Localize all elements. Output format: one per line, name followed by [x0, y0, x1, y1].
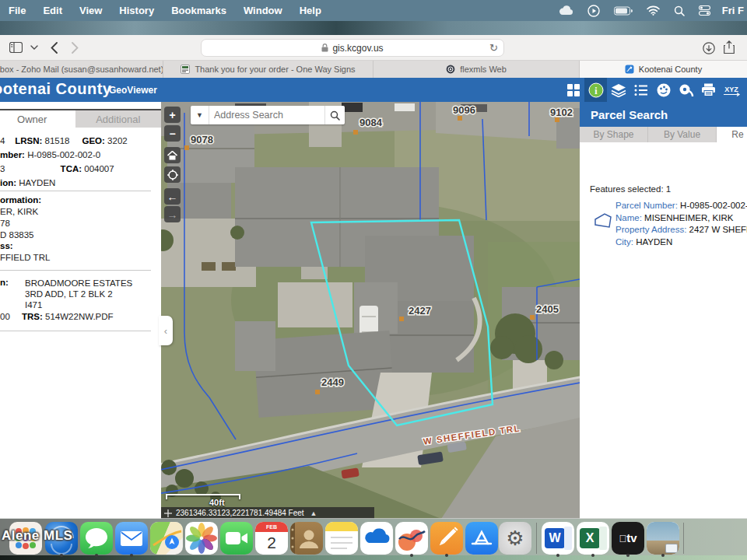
- running-indicator: [445, 554, 448, 557]
- aerial-imagery[interactable]: 9078 9084 9096 9102 2427 2405 2449 W SHE…: [161, 102, 580, 519]
- menu-file[interactable]: File: [0, 5, 34, 16]
- zoom-in-button[interactable]: +: [164, 107, 181, 123]
- reload-icon[interactable]: ↻: [489, 42, 498, 54]
- tab-flexmls[interactable]: flexmls Web: [374, 61, 580, 78]
- address-bar[interactable]: gis.kcgov.us ↻: [201, 39, 504, 57]
- share-icon[interactable]: [724, 40, 735, 54]
- print-icon[interactable]: [697, 78, 720, 102]
- search-type-dropdown[interactable]: ▼: [191, 106, 209, 124]
- address-search-input[interactable]: [209, 106, 324, 124]
- home-extent-button[interactable]: [164, 147, 181, 163]
- dock: Alene MLS 1 132 FEB 2: [0, 518, 747, 555]
- control-center-icon[interactable]: [699, 5, 710, 16]
- dock-appstore-icon[interactable]: [465, 522, 498, 555]
- app-subtitle: GeoViewer: [109, 85, 157, 96]
- dock-word-icon[interactable]: W: [542, 522, 574, 555]
- tab-zoho-mail[interactable]: Inbox - Zoho Mail (susan@susanhoward.net…: [0, 61, 163, 78]
- svg-text:2405: 2405: [536, 303, 559, 315]
- tab-by-shape[interactable]: By Shape: [580, 127, 648, 142]
- dock-appletv-icon[interactable]: tv: [612, 522, 644, 555]
- tab-one-way-signs[interactable]: Thank you for your order - One Way Signs: [163, 61, 374, 78]
- parcel-info-panel: Owner Additional 4 LRSN: 81518 GEO: 3202…: [0, 102, 161, 519]
- next-extent-button[interactable]: →: [164, 206, 181, 222]
- identify-info-icon[interactable]: i: [584, 78, 607, 102]
- dock-pages-icon[interactable]: [430, 522, 463, 555]
- owner-name: ER, KIRK: [0, 207, 38, 216]
- result-property-address: Property Address: 2427 W SHEFFIELD TRL: [615, 225, 747, 234]
- tab-favicon: [625, 65, 634, 74]
- svg-text:9102: 9102: [550, 107, 573, 118]
- downloads-icon[interactable]: [703, 42, 715, 54]
- back-button[interactable]: [51, 42, 58, 54]
- measure-tape-icon[interactable]: [675, 78, 697, 102]
- coordbar-chevron-icon[interactable]: ▲: [310, 509, 317, 517]
- dock-calendar-icon[interactable]: FEB 2: [255, 522, 288, 555]
- xyz-coordinates-icon[interactable]: XYZ: [720, 78, 742, 102]
- search-submit-icon[interactable]: [324, 106, 345, 124]
- battery-icon[interactable]: [614, 6, 633, 16]
- menu-bookmarks[interactable]: Bookmarks: [163, 5, 235, 16]
- basemap-grid-icon[interactable]: [562, 78, 584, 102]
- dock-contacts-icon[interactable]: [290, 522, 323, 555]
- tab-label: Thank you for your order - One Way Signs: [195, 65, 355, 74]
- dock-settings-icon[interactable]: ⚙: [499, 522, 531, 555]
- dock-app-label: Alene MLS: [2, 528, 72, 544]
- screen-mirroring-icon[interactable]: [587, 5, 600, 17]
- parcel-polygon-icon[interactable]: [594, 212, 612, 229]
- menu-window[interactable]: Window: [235, 5, 291, 16]
- menu-edit[interactable]: Edit: [34, 5, 71, 16]
- icloud-icon[interactable]: [559, 5, 573, 16]
- menu-view[interactable]: View: [71, 5, 110, 16]
- scale-bar: [166, 494, 240, 499]
- legend-list-icon[interactable]: [630, 78, 652, 102]
- lrsn-row: 4 LRSN: 81518 GEO: 3202: [0, 136, 128, 145]
- spotlight-search-icon[interactable]: [674, 5, 685, 16]
- svg-text:2427: 2427: [409, 305, 431, 317]
- tab-favicon: [181, 65, 190, 74]
- dock-maps-icon[interactable]: [150, 522, 183, 555]
- sidebar-chevron-icon[interactable]: [30, 45, 38, 50]
- tab-label: Kootenai County: [639, 65, 702, 74]
- dock-numbers-icon[interactable]: [395, 522, 428, 555]
- app-title: Kootenai County: [0, 80, 112, 98]
- dock-photos-icon[interactable]: [185, 522, 218, 555]
- dock-notes-icon[interactable]: [325, 522, 358, 555]
- result-city: City: HAYDEN: [615, 237, 672, 247]
- zoom-out-button[interactable]: −: [164, 125, 181, 142]
- running-indicator: [661, 554, 665, 557]
- menubar-clock[interactable]: Fri F: [722, 5, 744, 16]
- wifi-icon[interactable]: [647, 5, 660, 16]
- layers-icon[interactable]: [607, 78, 630, 102]
- legal-doc[interactable]: I471: [25, 300, 42, 310]
- map-viewport[interactable]: 9078 9084 9096 9102 2427 2405 2449 W SHE…: [161, 102, 580, 519]
- dock-facetime-icon[interactable]: [220, 522, 253, 555]
- owner-address-1: 78: [0, 219, 10, 228]
- menu-history[interactable]: History: [110, 5, 163, 16]
- svg-text:XYZ: XYZ: [724, 86, 738, 93]
- dock-excel-icon[interactable]: X: [577, 522, 609, 555]
- panel-collapse-handle[interactable]: ‹: [159, 316, 173, 345]
- owner-address-2: D 83835: [0, 230, 33, 240]
- sidebar-toggle-icon[interactable]: [9, 42, 23, 53]
- dock-mail-icon[interactable]: [115, 522, 148, 555]
- tab-owner[interactable]: Owner: [0, 110, 75, 128]
- running-indicator: [410, 554, 413, 557]
- dock-onedrive-icon[interactable]: [360, 522, 393, 555]
- running-indicator: [556, 554, 559, 557]
- dock-divider: [683, 523, 684, 554]
- locate-me-button[interactable]: [164, 166, 181, 183]
- tab-results[interactable]: Re: [717, 127, 747, 142]
- result-name: Name: MISENHEIMER, KIRK: [615, 213, 733, 222]
- draw-tools-icon[interactable]: [652, 78, 675, 102]
- forward-button[interactable]: [72, 42, 79, 54]
- url-text: gis.kcgov.us: [332, 43, 383, 54]
- previous-extent-button[interactable]: ←: [164, 188, 181, 205]
- coordinate-icon: [164, 509, 172, 517]
- dock-messages-icon[interactable]: [80, 522, 113, 555]
- dock-preview-window-icon[interactable]: [647, 522, 679, 555]
- tab-kootenai-county[interactable]: Kootenai County: [580, 61, 747, 78]
- coordinate-text: 2361346.33123,2221781.49484 Feet: [176, 509, 304, 517]
- tab-additional[interactable]: Additional: [75, 110, 162, 128]
- menu-help[interactable]: Help: [291, 5, 330, 16]
- tab-by-value[interactable]: By Value: [648, 127, 717, 142]
